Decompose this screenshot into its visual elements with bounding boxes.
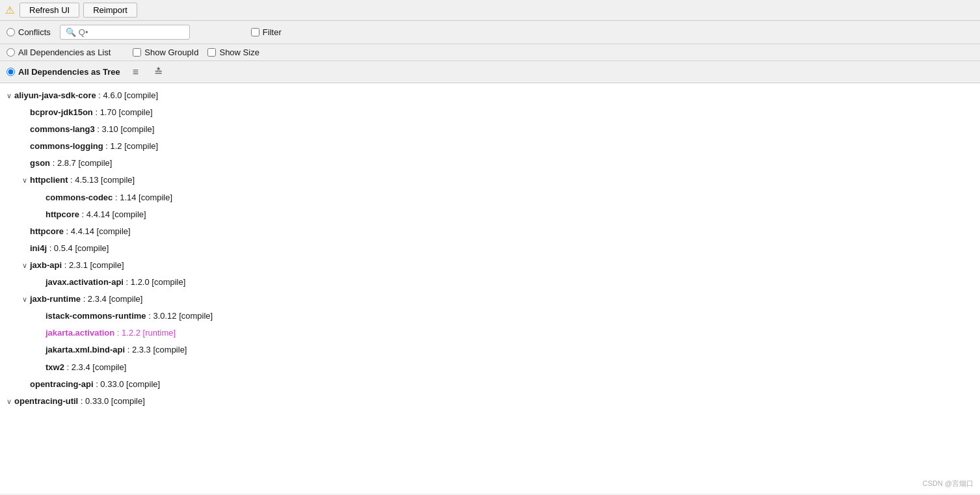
dep-version: : 4.4.14 [compile] [79, 209, 146, 219]
show-size-checkbox[interactable] [207, 48, 216, 57]
dep-name: commons-codec [46, 193, 113, 202]
dep-name: httpcore [30, 226, 64, 236]
search-box[interactable]: 🔍 [60, 25, 190, 40]
show-groupid-label: Show GroupId [144, 47, 198, 57]
dep-name: jakarta.xml.bind-api [46, 345, 125, 355]
show-groupid-option[interactable]: Show GroupId [133, 47, 198, 57]
dep-version: : 4.4.14 [compile] [64, 226, 131, 236]
dep-name: ini4j [30, 243, 47, 253]
tree-item: javax.activation-api : 1.2.0 [compile] [0, 274, 980, 291]
all-deps-tree-radio[interactable] [7, 68, 15, 76]
tree-item: bcprov-jdk15on : 1.70 [compile] [0, 104, 980, 121]
conflicts-radio[interactable] [7, 28, 15, 36]
dep-name: jaxb-api [30, 260, 62, 270]
refresh-ui-button[interactable]: Refresh UI [20, 3, 79, 18]
filter-checkbox[interactable] [251, 28, 259, 36]
collapse-all-button[interactable]: ≛ [151, 64, 166, 79]
tree-container: ∨ aliyun-java-sdk-core : 4.6.0 [compile]… [0, 83, 980, 494]
tree-item: opentracing-api : 0.33.0 [compile] [0, 376, 980, 393]
options-row: All Dependencies as List Show GroupId Sh… [0, 44, 980, 61]
dep-version: : 1.2.0 [compile] [124, 277, 185, 287]
dep-name: opentracing-util [14, 396, 78, 406]
dep-name: commons-lang3 [30, 124, 95, 134]
dep-version: : 2.3.4 [compile] [81, 294, 142, 304]
tree-item: commons-logging : 1.2 [compile] [0, 138, 980, 155]
dep-version: : 4.5.13 [compile] [68, 175, 135, 185]
chevron-icon[interactable]: ∨ [4, 395, 14, 408]
tree-item: jakarta.xml.bind-api : 2.3.3 [compile] [0, 341, 980, 358]
all-deps-tree-label: All Dependencies as Tree [18, 67, 120, 77]
tree-item: ∨ httpclient : 4.5.13 [compile] [0, 172, 980, 189]
search-icon: 🔍 [66, 27, 76, 37]
dep-version: : 0.5.4 [compile] [47, 243, 109, 253]
chevron-icon[interactable]: ∨ [4, 90, 14, 102]
dep-version: : 2.8.7 [compile] [50, 158, 112, 168]
tree-item: ∨ jaxb-runtime : 2.3.4 [compile] [0, 291, 980, 308]
dep-version: : 2.3.1 [compile] [62, 260, 124, 270]
dep-name: httpclient [30, 175, 68, 185]
chevron-icon[interactable]: ∨ [20, 260, 30, 272]
tree-item: ∨ opentracing-util : 0.33.0 [compile] [0, 393, 980, 410]
dep-name: commons-logging [30, 141, 103, 151]
dep-name: opentracing-api [30, 379, 94, 389]
show-size-label: Show Size [219, 47, 259, 57]
dep-name: jakarta.activation [46, 328, 114, 338]
expand-all-button[interactable]: ≡ [129, 65, 142, 79]
dep-version: : 2.3.4 [compile] [64, 362, 126, 372]
filter-option[interactable]: Filter [251, 27, 282, 37]
chevron-icon[interactable]: ∨ [20, 293, 30, 306]
dep-version: : 2.3.3 [compile] [125, 345, 187, 355]
tree-item: jakarta.activation : 1.2.2 [runtime] [0, 325, 980, 341]
dep-version: : 0.33.0 [compile] [78, 396, 145, 406]
tree-item: commons-codec : 1.14 [compile] [0, 189, 980, 206]
watermark: CSDN @言烟口 [923, 479, 973, 488]
dep-name: aliyun-java-sdk-core [14, 90, 96, 100]
filter-row: Conflicts 🔍 Filter [0, 21, 980, 44]
dep-name: istack-commons-runtime [46, 311, 146, 321]
tree-item: ini4j : 0.5.4 [compile] [0, 240, 980, 257]
tree-item: gson : 2.8.7 [compile] [0, 155, 980, 172]
tree-item: istack-commons-runtime : 3.0.12 [compile… [0, 308, 980, 325]
dep-name: jaxb-runtime [30, 294, 81, 304]
dep-name: bcprov-jdk15on [30, 107, 93, 117]
filter-label: Filter [263, 27, 282, 37]
dep-version: : 1.2 [compile] [103, 141, 159, 151]
tree-options-row: All Dependencies as Tree ≡ ≛ [0, 61, 980, 83]
chevron-icon[interactable]: ∨ [20, 174, 30, 187]
dep-version: : 1.14 [compile] [113, 193, 172, 202]
dep-version: : 4.6.0 [compile] [96, 90, 158, 100]
search-input[interactable] [79, 27, 183, 37]
all-deps-list-radio[interactable] [7, 48, 15, 57]
tree-item: ∨ aliyun-java-sdk-core : 4.6.0 [compile] [0, 87, 980, 104]
dep-name: httpcore [46, 209, 79, 219]
dep-name: gson [30, 158, 50, 168]
show-size-option[interactable]: Show Size [207, 47, 259, 57]
tree-item: httpcore : 4.4.14 [compile] [0, 206, 980, 223]
dep-name: javax.activation-api [46, 277, 124, 287]
toolbar: ⚠ Refresh UI Reimport [0, 0, 980, 21]
tree-item: commons-lang3 : 3.10 [compile] [0, 121, 980, 138]
tree-item: ∨ jaxb-api : 2.3.1 [compile] [0, 257, 980, 274]
tree-item: txw2 : 2.3.4 [compile] [0, 359, 980, 376]
conflicts-option[interactable]: Conflicts [7, 27, 51, 37]
all-deps-list-label: All Dependencies as List [18, 47, 111, 57]
all-deps-tree-option[interactable]: All Dependencies as Tree [7, 67, 120, 77]
dep-version: : 1.70 [compile] [93, 107, 153, 117]
reimport-button[interactable]: Reimport [83, 3, 137, 18]
tree-item: httpcore : 4.4.14 [compile] [0, 223, 980, 240]
dep-version: : 3.10 [compile] [95, 124, 155, 134]
dep-version: : 1.2.2 [runtime] [114, 328, 176, 338]
dep-version: : 3.0.12 [compile] [146, 311, 213, 321]
conflicts-label: Conflicts [18, 27, 51, 37]
show-groupid-checkbox[interactable] [133, 48, 141, 57]
dep-name: txw2 [46, 362, 64, 372]
all-deps-list-option[interactable]: All Dependencies as List [7, 47, 111, 57]
dep-version: : 0.33.0 [compile] [94, 379, 161, 389]
warning-icon: ⚠ [5, 4, 14, 16]
